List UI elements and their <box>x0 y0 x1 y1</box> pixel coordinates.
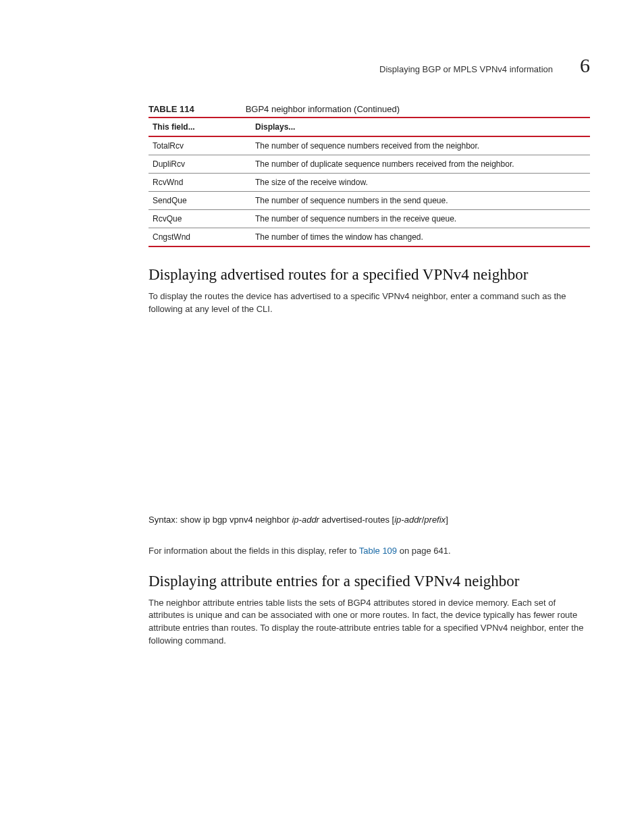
cell-field: DupliRcv <box>149 155 251 174</box>
blank-space <box>149 325 590 515</box>
syntax-cmd: advertised-routes [ <box>319 515 394 525</box>
col-displays-header: Displays... <box>251 118 590 136</box>
reference-line: For information about the fields in this… <box>149 545 590 558</box>
table-title: BGP4 neighbor information (Continued) <box>246 104 400 114</box>
table-row: SendQue The number of sequence numbers i… <box>149 192 590 210</box>
cell-displays: The number of sequence numbers received … <box>251 136 590 155</box>
cell-field: SendQue <box>149 192 251 210</box>
cell-field: TotalRcv <box>149 136 251 155</box>
cell-displays: The number of sequence numbers in the se… <box>251 192 590 210</box>
page: Displaying BGP or MPLS VPNv4 information… <box>0 0 644 698</box>
section2-para: The neighbor attribute entries table lis… <box>149 597 590 648</box>
table-number: TABLE 114 <box>149 104 243 114</box>
cell-displays: The number of duplicate sequence numbers… <box>251 155 590 174</box>
syntax-cmd: ] <box>446 515 448 525</box>
ref-before: For information about the fields in this… <box>149 546 359 556</box>
cell-field: CngstWnd <box>149 228 251 247</box>
syntax-label: Syntax: <box>149 515 180 525</box>
table-row: DupliRcv The number of duplicate sequenc… <box>149 155 590 174</box>
syntax-arg: ip-addr <box>394 515 421 525</box>
cell-displays: The size of the receive window. <box>251 174 590 192</box>
running-header: Displaying BGP or MPLS VPNv4 information… <box>149 54 590 77</box>
syntax-cmd: show ip bgp vpnv4 neighbor <box>180 515 292 525</box>
cell-field: RcvWnd <box>149 174 251 192</box>
table-row: RcvWnd The size of the receive window. <box>149 174 590 192</box>
cell-displays: The number of times the window has chang… <box>251 228 590 247</box>
col-field-header: This field... <box>149 118 251 136</box>
ref-after: on page 641. <box>397 546 451 556</box>
table-row: RcvQue The number of sequence numbers in… <box>149 210 590 228</box>
cell-displays: The number of sequence numbers in the re… <box>251 210 590 228</box>
cell-field: RcvQue <box>149 210 251 228</box>
section-heading-advertised-routes: Displaying advertised routes for a speci… <box>149 266 590 284</box>
bgp4-neighbor-table: This field... Displays... TotalRcv The n… <box>149 117 590 247</box>
chapter-number: 6 <box>580 54 590 77</box>
table-row: CngstWnd The number of times the window … <box>149 228 590 247</box>
section1-para: To display the routes the device has adv… <box>149 290 590 316</box>
table-row: TotalRcv The number of sequence numbers … <box>149 136 590 155</box>
syntax-line: Syntax: show ip bgp vpnv4 neighbor ip-ad… <box>149 515 590 525</box>
table-link[interactable]: Table 109 <box>359 546 397 556</box>
table-caption: TABLE 114 BGP4 neighbor information (Con… <box>149 104 590 114</box>
syntax-arg: prefix <box>424 515 446 525</box>
syntax-arg: ip-addr <box>292 515 319 525</box>
running-title: Displaying BGP or MPLS VPNv4 information <box>379 64 553 74</box>
section-heading-attribute-entries: Displaying attribute entries for a speci… <box>149 573 590 590</box>
